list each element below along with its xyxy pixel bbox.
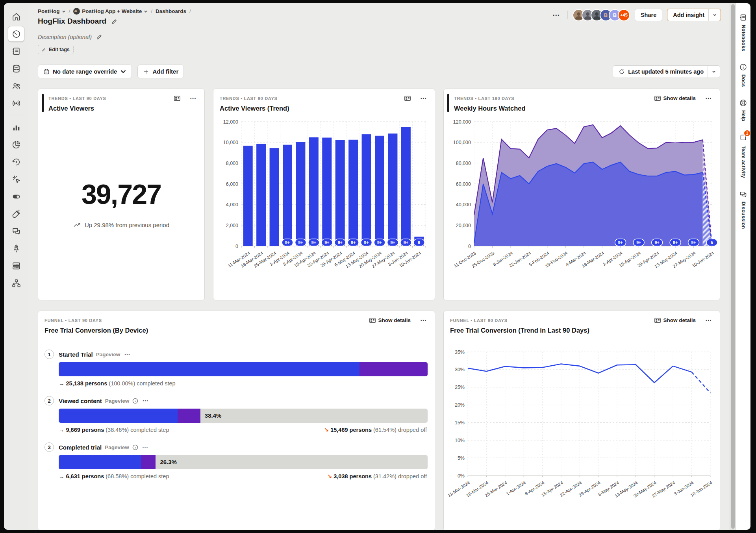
funnel-dropped-stat[interactable]: ↘3,038 persons (31.42%) dropped off xyxy=(327,473,427,479)
funnel-step-more-button[interactable]: ⋯ xyxy=(141,444,149,451)
area-chart[interactable]: 020,00040,00060,00080,000100,000120,0001… xyxy=(444,115,720,300)
breadcrumb-project-label: PostHog App + Website xyxy=(82,8,142,14)
bar-chart[interactable]: 02,0004,0006,0008,00010,00012,00011-Mar-… xyxy=(213,115,435,300)
right-rail-discussion[interactable]: Discussion xyxy=(739,190,747,229)
add-filter-button[interactable]: Add filter xyxy=(137,65,184,78)
edit-title-button[interactable] xyxy=(110,17,119,26)
bar[interactable] xyxy=(283,145,292,246)
sidebar-dashboards-button[interactable] xyxy=(8,26,24,42)
card-more-button[interactable]: ⋯ xyxy=(187,94,199,102)
line-chart[interactable]: 0%5%10%15%20%25%30%35%11-Mar-202418-Mar-… xyxy=(444,340,720,530)
left-sidebar xyxy=(4,3,28,530)
add-insight-button[interactable]: Add insight xyxy=(667,9,708,21)
funnel-step-name[interactable]: Viewed content xyxy=(59,398,102,404)
insight-title[interactable]: Free Trial Conversion (Trend in Last 90 … xyxy=(450,327,714,334)
sidebar-pipeline-button[interactable] xyxy=(8,275,24,291)
pie-chart-icon xyxy=(11,140,21,150)
show-details-button[interactable]: Show details xyxy=(652,95,698,102)
card-more-button[interactable]: ⋯ xyxy=(703,94,714,102)
card-more-button[interactable]: ⋯ xyxy=(418,94,429,102)
date-range-filter-button[interactable]: No date range override xyxy=(38,65,132,78)
breadcrumb-org[interactable]: PostHog xyxy=(38,8,66,14)
right-rail-help[interactable]: Help xyxy=(739,99,747,121)
sidebar-divider xyxy=(8,115,24,115)
bar[interactable] xyxy=(388,133,397,246)
bar[interactable] xyxy=(256,144,266,246)
right-rail-team-activity[interactable]: 1 Team activity xyxy=(739,133,747,178)
info-icon[interactable] xyxy=(132,444,138,450)
funnel-dropped-stat[interactable]: ↘15,469 persons (61.54%) dropped off xyxy=(324,427,427,433)
show-details-button[interactable] xyxy=(172,95,183,102)
show-details-button[interactable]: Show details xyxy=(367,317,413,324)
bar[interactable] xyxy=(296,142,305,246)
funnel-bar-segment-purple xyxy=(178,409,200,423)
funnel-bar[interactable] xyxy=(59,362,428,376)
funnel-completed-stat[interactable]: →6,631 persons (68.58%) completed step xyxy=(59,473,169,479)
dashboard-gauge-icon xyxy=(11,29,21,39)
breadcrumb-dashboards[interactable]: Dashboards xyxy=(156,8,186,14)
dashboard-content: Description (optional) Edit tags No date… xyxy=(28,26,730,530)
sidebar-surveys-button[interactable] xyxy=(8,223,24,239)
funnel-step-name[interactable]: Started Trial xyxy=(59,351,93,358)
dashboard-more-button[interactable]: ⋯ xyxy=(550,10,563,20)
bar[interactable] xyxy=(362,134,371,246)
chat-bubbles-icon xyxy=(739,190,747,198)
sidebar-data-management-button[interactable] xyxy=(8,258,24,274)
bar[interactable] xyxy=(348,140,358,246)
bar[interactable] xyxy=(270,148,279,246)
sidebar-session-replay-button[interactable] xyxy=(8,154,24,170)
topbar: PostHog / PostHog App + Website / Dashbo… xyxy=(28,3,730,26)
sidebar-experiments-button[interactable] xyxy=(8,206,24,222)
funnel-bar[interactable]: 38.4% xyxy=(59,409,428,423)
bar[interactable] xyxy=(322,138,332,246)
sidebar-feature-flags-button[interactable] xyxy=(8,189,24,204)
add-insight-caret-button[interactable] xyxy=(709,10,721,20)
funnel-step-name[interactable]: Completed trial xyxy=(59,444,102,451)
sidebar-early-access-button[interactable] xyxy=(8,241,24,256)
refresh-icon xyxy=(619,68,625,75)
insight-title[interactable]: Free Trial Conversion (By Device) xyxy=(44,327,429,334)
funnel-step-more-button[interactable]: ⋯ xyxy=(141,397,149,404)
card-more-button[interactable]: ⋯ xyxy=(703,316,714,324)
refresh-caret-button[interactable] xyxy=(708,67,720,76)
last-updated-label: Last updated 5 minutes ago xyxy=(628,68,704,75)
funnel-completed-stat[interactable]: →9,669 persons (38.46%) completed step xyxy=(59,427,169,433)
breadcrumb-project[interactable]: PostHog App + Website xyxy=(73,8,148,15)
sitemap-icon xyxy=(11,278,21,288)
edit-description-button[interactable] xyxy=(95,33,104,41)
breadcrumb-separator: / xyxy=(189,8,191,14)
avatar-stack[interactable]: B B +45 xyxy=(573,9,630,21)
bar[interactable] xyxy=(309,137,319,246)
insight-card-funnel-trend: FUNNEL • LAST 90 DAYS Show details ⋯ Fre… xyxy=(443,311,720,530)
show-details-button[interactable]: Show details xyxy=(652,317,698,324)
sidebar-product-analytics-button[interactable] xyxy=(8,119,24,135)
bar-chart-svg: 02,0004,0006,0008,00010,00012,00011-Mar-… xyxy=(219,115,430,292)
sidebar-data-button[interactable] xyxy=(8,61,24,76)
svg-text:9+: 9+ xyxy=(654,240,659,245)
sidebar-web-analytics-button[interactable] xyxy=(8,137,24,152)
sidebar-actions-button[interactable] xyxy=(8,171,24,187)
refresh-button[interactable]: Last updated 5 minutes ago xyxy=(613,66,708,78)
info-icon[interactable] xyxy=(132,398,138,404)
bar[interactable] xyxy=(401,127,411,246)
funnel-completed-stat[interactable]: →25,138 persons (100.00%) completed step xyxy=(59,380,176,387)
funnel-bar[interactable]: 26.3% xyxy=(59,455,428,469)
bar[interactable] xyxy=(335,140,345,246)
bar[interactable] xyxy=(375,136,384,246)
right-rail-notebooks[interactable]: Notebooks xyxy=(739,13,747,51)
sidebar-activity-button[interactable] xyxy=(8,95,24,111)
card-more-button[interactable]: ⋯ xyxy=(418,316,429,324)
sidebar-people-button[interactable] xyxy=(8,78,24,94)
show-details-button[interactable] xyxy=(402,95,413,102)
bar[interactable] xyxy=(243,146,253,246)
insight-title[interactable]: Active Viewers (Trend) xyxy=(220,105,429,112)
edit-tags-button[interactable]: Edit tags xyxy=(38,45,74,54)
sidebar-home-button[interactable] xyxy=(8,9,24,24)
sidebar-notebooks-button[interactable] xyxy=(8,43,24,59)
insight-title[interactable]: Weekly Hours Watched xyxy=(454,105,714,112)
vertical-scrollbar[interactable] xyxy=(730,3,736,530)
share-button[interactable]: Share xyxy=(635,9,662,21)
scrollbar-thumb[interactable] xyxy=(731,4,735,529)
funnel-step-more-button[interactable]: ⋯ xyxy=(123,351,131,358)
right-rail-docs[interactable]: Docs xyxy=(739,63,747,87)
